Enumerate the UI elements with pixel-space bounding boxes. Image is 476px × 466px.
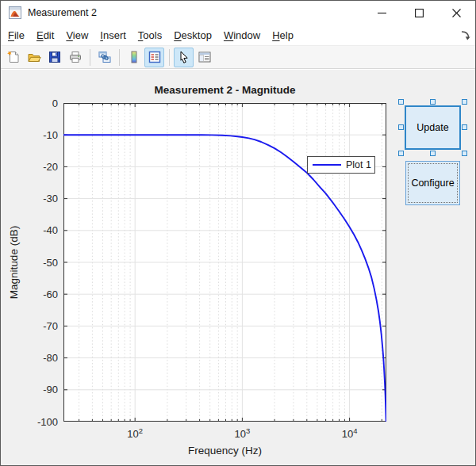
link-plot-icon — [98, 50, 112, 64]
y-tick-label: -40 — [23, 224, 58, 236]
y-axis-label: Magnitude (dB) — [8, 226, 20, 299]
menu-desktop[interactable]: Desktop — [174, 29, 212, 41]
close-button[interactable] — [438, 1, 475, 25]
maximize-button[interactable] — [401, 1, 438, 25]
x-axis-label: Frequency (Hz) — [63, 445, 386, 456]
minimize-button[interactable] — [363, 1, 401, 25]
legend-entry-label: Plot 1 — [346, 159, 371, 170]
y-tick-label: -80 — [23, 352, 58, 364]
x-tick-label: 103 — [225, 426, 259, 440]
selection-handle[interactable] — [430, 151, 436, 156]
figure-window: Measurement 2 FileEditViewInsertTool — [0, 0, 476, 466]
legend-icon — [148, 50, 162, 64]
x-tick-label: 104 — [332, 426, 367, 440]
menu-help[interactable]: Help — [272, 29, 294, 41]
edit-plot-button[interactable] — [174, 48, 194, 67]
y-tick-label: -100 — [23, 416, 58, 428]
open-folder-icon — [27, 50, 41, 64]
legend-line-sample — [313, 164, 341, 166]
minimize-icon — [378, 9, 386, 17]
toolbar — [1, 45, 475, 69]
link-plot-button[interactable] — [94, 48, 114, 67]
plot-tools-icon — [198, 50, 212, 64]
configure-button[interactable]: Configure — [405, 161, 460, 205]
y-tick-label: -20 — [23, 161, 58, 173]
insert-legend-button[interactable] — [144, 48, 164, 67]
y-tick-label: -90 — [23, 384, 58, 395]
y-tick-label: -30 — [23, 193, 58, 204]
matlab-figure-icon — [9, 6, 21, 19]
arrow-cursor-icon — [177, 50, 191, 64]
show-plot-tools-button[interactable] — [194, 48, 214, 67]
selection-handle[interactable] — [398, 99, 404, 105]
menu-bar: FileEditViewInsertToolsDesktopWindowHelp — [1, 25, 475, 45]
selection-handle[interactable] — [462, 99, 467, 105]
selection-handle[interactable] — [462, 124, 467, 130]
save-icon — [48, 50, 62, 64]
colorbar-icon — [127, 50, 141, 64]
menu-window[interactable]: Window — [224, 29, 260, 41]
print-icon — [68, 50, 83, 64]
maximize-icon — [415, 9, 424, 17]
plot-title: Measurement 2 - Magnitude — [63, 84, 386, 96]
selection-handle[interactable] — [430, 99, 436, 105]
update-button-label: Update — [416, 122, 448, 133]
update-button[interactable]: Update — [405, 105, 461, 150]
title-bar[interactable]: Measurement 2 — [1, 1, 475, 25]
x-tick-label: 102 — [117, 426, 152, 440]
menu-view[interactable]: View — [66, 29, 88, 41]
selection-handle[interactable] — [398, 124, 404, 130]
toolbar-separator — [169, 49, 170, 66]
window-title: Measurement 2 — [28, 1, 97, 25]
menu-edit[interactable]: Edit — [36, 29, 54, 41]
y-tick-label: -50 — [23, 257, 58, 269]
selection-handle[interactable] — [398, 151, 404, 156]
close-icon — [452, 9, 461, 17]
y-tick-label: -10 — [23, 129, 58, 141]
axes-area[interactable] — [63, 103, 386, 422]
y-tick-label: -60 — [23, 288, 58, 300]
legend-box[interactable]: Plot 1 — [307, 156, 375, 174]
new-figure-button[interactable] — [3, 48, 23, 67]
toolbar-separator — [90, 49, 90, 66]
dock-figure-icon[interactable] — [460, 30, 470, 40]
menu-file[interactable]: File — [8, 29, 25, 41]
y-tick-label: -70 — [23, 320, 58, 332]
selection-handle[interactable] — [462, 151, 467, 156]
y-tick-label: 0 — [23, 97, 58, 109]
menu-tools[interactable]: Tools — [138, 29, 162, 41]
toolbar-separator — [119, 49, 120, 66]
open-file-button[interactable] — [24, 48, 44, 67]
menu-insert[interactable]: Insert — [100, 29, 126, 41]
caption-buttons — [363, 1, 475, 25]
save-figure-button[interactable] — [44, 48, 64, 67]
configure-button-label: Configure — [411, 178, 454, 189]
print-figure-button[interactable] — [65, 48, 85, 67]
new-document-icon — [6, 50, 21, 64]
figure-canvas: Measurement 2 - Magnitude Magnitude (dB)… — [1, 70, 475, 465]
axes-svg — [63, 103, 386, 422]
insert-colorbar-button[interactable] — [124, 48, 144, 67]
